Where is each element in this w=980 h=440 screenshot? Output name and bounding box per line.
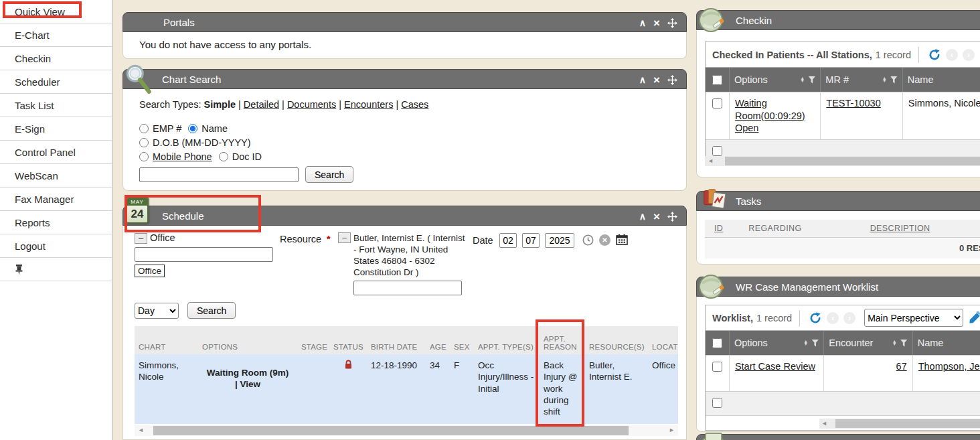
header-options[interactable]: Options▲▼: [729, 331, 823, 355]
search-type-encounters[interactable]: Encounters: [344, 99, 401, 110]
date-month-input[interactable]: [499, 233, 517, 248]
close-icon[interactable]: ×: [653, 211, 660, 222]
range-select[interactable]: Day: [135, 303, 179, 319]
col-id[interactable]: ID: [714, 224, 723, 233]
chart-search-input[interactable]: [139, 167, 299, 182]
sidebar-item-scheduler[interactable]: Scheduler: [0, 70, 112, 94]
collapse-icon[interactable]: ∧: [639, 212, 646, 221]
waiting-room-link[interactable]: Waiting Room(00:09:29): [735, 98, 805, 121]
header-options[interactable]: Options▲▼: [729, 68, 820, 92]
mr-link[interactable]: TEST-10030: [826, 98, 880, 108]
resource-input[interactable]: [353, 281, 462, 295]
checkin-grid-header: Options▲▼ MR #▲▼ Name▲▼: [706, 67, 980, 92]
checkin-hscrollbar[interactable]: ◄: [705, 156, 980, 166]
clock-icon[interactable]: [582, 234, 594, 248]
select-all-checkbox[interactable]: [712, 75, 722, 85]
schedule-search-button[interactable]: Search: [187, 302, 236, 319]
radio-dob[interactable]: [139, 138, 149, 147]
sidebar-item-e-sign[interactable]: E-Sign: [0, 117, 112, 141]
prev-page-icon[interactable]: ‹: [946, 49, 958, 61]
chart-search-button[interactable]: Search: [305, 166, 353, 183]
office-collapse-box[interactable]: –: [135, 233, 147, 244]
office-suggestion-tag[interactable]: Office: [135, 265, 165, 277]
cell-chart[interactable]: Simmons, Nicole: [135, 354, 198, 424]
prev-page-icon[interactable]: ‹: [827, 312, 839, 324]
header-name[interactable]: Name▲▼: [902, 68, 980, 92]
search-type-simple[interactable]: Simple: [203, 99, 243, 110]
scroll-left-icon[interactable]: ◄: [708, 157, 714, 164]
view-link[interactable]: | View: [202, 378, 293, 390]
sidebar-item-checkin[interactable]: Checkin: [0, 47, 112, 70]
radio-name[interactable]: [188, 124, 197, 133]
col-description[interactable]: DESCRIPTION: [870, 224, 930, 233]
date-day-input[interactable]: [522, 233, 540, 248]
open-link[interactable]: Open: [735, 122, 815, 135]
refresh-icon[interactable]: [809, 311, 822, 325]
sidebar-item-logout[interactable]: Logout: [0, 234, 112, 258]
search-type-detailed[interactable]: Detailed: [244, 99, 287, 110]
sidebar-item-task-list[interactable]: Task List: [0, 94, 112, 117]
office-input[interactable]: [135, 247, 273, 262]
collapse-icon[interactable]: ∧: [639, 18, 646, 27]
filter-icon[interactable]: [890, 76, 898, 84]
cell-resources: Butler, Internist E.: [585, 354, 648, 424]
scrollbar-thumb[interactable]: [725, 157, 980, 165]
sort-icon[interactable]: ▲▼: [803, 340, 808, 346]
search-type-documents[interactable]: Documents: [287, 99, 344, 110]
filter-icon[interactable]: [811, 340, 819, 347]
scrollbar-thumb[interactable]: [835, 419, 980, 428]
date-year-input[interactable]: [545, 233, 574, 248]
encounter-link[interactable]: 67: [896, 361, 907, 372]
sidebar-item-reports[interactable]: Reports: [0, 211, 112, 234]
collapse-icon[interactable]: ∧: [639, 75, 646, 84]
scroll-right-icon[interactable]: ►: [669, 427, 675, 433]
row-checkbox[interactable]: [712, 362, 722, 372]
header-encounter[interactable]: Encounter▲▼: [823, 331, 912, 355]
sidebar-pin-toggle[interactable]: [0, 258, 112, 281]
sort-icon[interactable]: ▲▼: [882, 77, 887, 82]
scroll-left-icon[interactable]: ◄: [821, 420, 827, 427]
start-case-review-link[interactable]: Start Case Review: [735, 361, 815, 372]
sidebar-item-fax-manager[interactable]: Fax Manager: [0, 188, 112, 211]
sort-icon[interactable]: ▲▼: [892, 340, 897, 346]
next-page-icon[interactable]: ›: [843, 312, 855, 324]
sidebar-item-control-panel[interactable]: Control Panel: [0, 141, 112, 164]
sidebar-item-e-chart[interactable]: E-Chart: [0, 23, 112, 47]
radio-mobile-phone[interactable]: [139, 152, 149, 161]
filter-icon[interactable]: [900, 340, 908, 347]
office-group: – Office: [135, 232, 175, 244]
cell-options: Waiting Room (9m) | View: [198, 354, 297, 424]
close-icon[interactable]: ×: [653, 74, 660, 86]
resource-collapse-box[interactable]: –: [338, 232, 351, 243]
filter-icon[interactable]: [808, 76, 815, 84]
refresh-icon[interactable]: [928, 48, 941, 62]
row-checkbox[interactable]: [712, 146, 722, 156]
close-icon[interactable]: ×: [653, 17, 660, 29]
move-icon[interactable]: [667, 212, 677, 222]
search-type-cases[interactable]: Cases: [401, 99, 428, 110]
sidebar-item-quick-view[interactable]: Quick View: [0, 0, 112, 23]
row-checkbox[interactable]: [712, 398, 722, 408]
radio-doc-id[interactable]: [219, 152, 228, 161]
move-icon[interactable]: [667, 75, 677, 85]
move-icon[interactable]: [667, 18, 677, 28]
datepicker-icon[interactable]: [616, 234, 628, 248]
next-page-icon[interactable]: ›: [963, 49, 975, 61]
row-checkbox[interactable]: [712, 98, 722, 108]
cell-encounter: 67: [823, 356, 912, 391]
patient-name-link[interactable]: Thompson, Jennifer: [918, 361, 980, 372]
perspective-select[interactable]: Main Perspective: [864, 309, 963, 327]
header-mr[interactable]: MR #▲▼: [820, 68, 902, 92]
scroll-left-icon[interactable]: ◄: [138, 427, 144, 433]
schedule-hscrollbar[interactable]: ◄ ►: [135, 425, 678, 436]
worklist-hscrollbar[interactable]: ◄: [819, 419, 980, 429]
clear-date-icon[interactable]: ✕: [599, 234, 610, 246]
scrollbar-thumb[interactable]: [153, 426, 629, 435]
header-name[interactable]: Name▲▼: [912, 331, 980, 355]
select-all-checkbox[interactable]: [712, 338, 722, 348]
sidebar-item-webscan[interactable]: WebScan: [0, 164, 112, 188]
schedule-row[interactable]: Simmons, Nicole Waiting Room (9m) | View…: [135, 354, 678, 424]
pencil-icon[interactable]: [968, 311, 980, 325]
sort-icon[interactable]: ▲▼: [800, 77, 805, 82]
radio-emp[interactable]: [139, 124, 149, 133]
